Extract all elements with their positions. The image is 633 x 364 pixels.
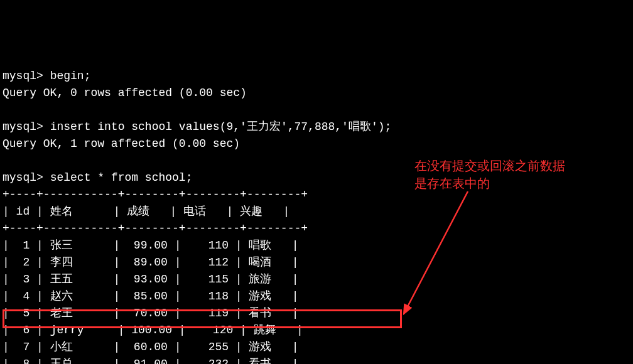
command-insert: insert into school values(9,'王力宏',77,888… [50,120,392,133]
prompt: mysql> [3,70,43,82]
table-row: | 7 | 小红 | 60.00 | 255 | 游戏 | [3,341,299,353]
annotation-line2: 是存在表中的 [414,174,615,192]
annotation-line1: 在没有提交或回滚之前数据 [414,157,615,174]
table-row: | 4 | 赵六 | 85.00 | 118 | 游戏 | [3,290,299,302]
table-header: | id | 姓名 | 成绩 | 电话 | 兴趣 | [3,205,289,218]
prompt: mysql> [3,171,43,184]
annotation-text: 在没有提交或回滚之前数据 是存在表中的 [414,157,615,192]
command-begin: begin; [50,70,91,82]
result-insert: Query OK, 1 row affected (0.00 sec) [3,137,240,150]
table-row: | 6 | jerry | 100.00 | 120 | 跳舞 | [3,324,303,336]
table-border: +----+-----------+--------+--------+----… [3,222,308,235]
table-border: +----+-----------+--------+--------+----… [3,188,308,201]
command-select: select * from school; [50,171,193,184]
table-row: | 8 | 王总 | 91.00 | 232 | 看书 | [3,358,299,364]
terminal-output: mysql> begin; Query OK, 0 rows affected … [3,68,630,364]
prompt: mysql> [3,120,43,133]
table-row: | 1 | 张三 | 99.00 | 110 | 唱歌 | [3,239,299,252]
table-row: | 5 | 老王 | 70.00 | 119 | 看书 | [3,307,299,319]
table-row: | 3 | 王五 | 93.00 | 115 | 旅游 | [3,273,299,286]
table-row: | 2 | 李四 | 89.00 | 112 | 喝酒 | [3,256,299,269]
result-begin: Query OK, 0 rows affected (0.00 sec) [3,87,247,99]
